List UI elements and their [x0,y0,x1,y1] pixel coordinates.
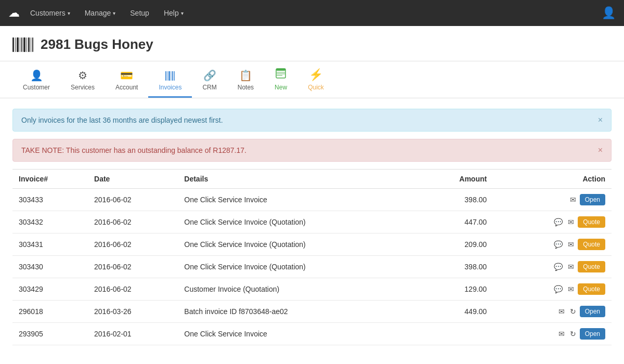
tab-invoices[interactable]: Invoices [148,63,192,98]
invoice-date: 2016-03-26 [88,301,178,323]
alert-info-close[interactable]: × [598,115,603,125]
tab-crm[interactable]: 🔗 CRM [192,63,227,98]
invoice-amount: 398.00 [421,256,493,278]
tab-notes[interactable]: 📋 Notes [227,63,264,98]
email-icon[interactable]: ✉ [557,329,566,339]
svg-rect-4 [172,71,173,81]
invoice-amount: 398.00 [421,189,493,211]
col-amount: Amount [421,170,493,189]
invoice-details: One Click Service Invoice [178,323,421,345]
col-invoice: Invoice# [12,170,88,189]
table-row: 303433 2016-06-02 One Click Service Invo… [12,189,612,211]
svg-rect-7 [276,69,285,71]
invoice-number: 303430 [12,256,88,278]
refresh-icon[interactable]: ↻ [568,306,578,317]
action-open-button[interactable]: Open [580,328,605,340]
comment-icon[interactable]: 💬 [552,217,564,227]
table-row: 303429 2016-06-02 Customer Invoice (Quot… [12,278,612,301]
tabs-bar: 👤 Customer ⚙ Services 💳 Account In [0,61,624,98]
invoices-icon [164,69,176,82]
chevron-down-icon: ▾ [113,10,115,16]
invoice-table: Invoice# Date Details Amount Action 3034… [12,169,612,345]
user-icon: 👤 [602,6,616,19]
comment-icon[interactable]: 💬 [552,284,564,294]
invoice-details: One Click Service Invoice (Quotation) [178,233,421,256]
refresh-icon[interactable]: ↻ [568,329,578,339]
email-icon[interactable]: ✉ [566,239,576,250]
invoice-details: One Click Service Invoice (Quotation) [178,256,421,278]
action-quote-button[interactable]: Quote [578,261,605,272]
comment-icon[interactable]: 💬 [552,262,564,272]
content-area: Only invoices for the last 36 months are… [0,98,624,356]
user-menu[interactable]: 👤 [602,6,616,20]
comment-icon[interactable]: 💬 [552,239,564,250]
nav-help[interactable]: Help ▾ [158,6,190,20]
quick-icon: ⚡ [309,68,323,82]
invoice-amount: 447.00 [421,211,493,233]
action-cell: ✉↻Open [493,301,612,323]
table-row: 303430 2016-06-02 One Click Service Invo… [12,256,612,278]
action-quote-button[interactable]: Quote [578,239,605,250]
tab-services[interactable]: ⚙ Services [60,63,105,98]
nav-customers[interactable]: Customers ▾ [24,6,76,20]
invoice-number: 303431 [12,233,88,256]
action-cell: ✉↻Open [493,323,612,345]
invoice-details: Customer Invoice (Quotation) [178,278,421,301]
action-open-button[interactable]: Open [580,194,605,205]
action-quote-button[interactable]: Quote [578,283,605,295]
invoice-details: One Click Service Invoice (Quotation) [178,211,421,233]
invoice-date: 2016-06-02 [88,256,178,278]
invoice-date: 2016-06-02 [88,278,178,301]
invoice-number: 303433 [12,189,88,211]
invoice-number: 296018 [12,301,88,323]
invoice-date: 2016-06-02 [88,211,178,233]
services-icon: ⚙ [78,69,87,82]
svg-rect-3 [171,71,172,81]
email-icon[interactable]: ✉ [566,217,576,227]
action-cell: 💬✉Quote [493,278,612,301]
tab-quick[interactable]: ⚡ Quick [297,62,334,98]
main-content: 2981 Bugs Honey 👤 Customer ⚙ Services 💳 … [0,26,624,364]
tab-customer[interactable]: 👤 Customer [12,63,60,98]
invoice-details: Batch invoice ID f8703648-ae02 [178,301,421,323]
table-row: 296018 2016-03-26 Batch invoice ID f8703… [12,301,612,323]
nav-manage[interactable]: Manage ▾ [79,6,122,20]
customer-icon: 👤 [30,69,43,82]
account-icon: 💳 [120,69,133,82]
alert-info: Only invoices for the last 36 months are… [12,109,612,132]
invoice-date: 2016-02-01 [88,323,178,345]
email-icon[interactable]: ✉ [566,262,576,272]
tab-account[interactable]: 💳 Account [105,63,148,98]
invoice-amount: 129.00 [421,278,493,301]
svg-rect-0 [165,71,166,81]
invoice-number: 303432 [12,211,88,233]
barcode-icon [12,37,33,52]
invoice-details: One Click Service Invoice [178,189,421,211]
invoice-date: 2016-06-02 [88,233,178,256]
invoice-number: 293905 [12,323,88,345]
email-icon[interactable]: ✉ [566,284,576,294]
svg-rect-5 [174,71,175,81]
notes-icon: 📋 [239,69,252,82]
alert-danger-close[interactable]: × [598,146,603,155]
nav-links: Customers ▾ Manage ▾ Setup Help ▾ [24,6,190,20]
table-row: 303431 2016-06-02 One Click Service Invo… [12,233,612,256]
email-icon[interactable]: ✉ [557,306,566,317]
table-row: 303432 2016-06-02 One Click Service Invo… [12,211,612,233]
col-details: Details [178,170,421,189]
col-date: Date [88,170,178,189]
email-icon[interactable]: ✉ [568,194,578,205]
action-cell: 💬✉Quote [493,256,612,278]
nav-setup[interactable]: Setup [124,6,155,20]
action-open-button[interactable]: Open [580,306,605,317]
table-row: 293905 2016-02-01 One Click Service Invo… [12,323,612,345]
action-quote-button[interactable]: Quote [578,216,605,228]
col-action: Action [493,170,612,189]
tab-new[interactable]: New [264,61,297,98]
svg-rect-1 [167,71,168,81]
crm-icon: 🔗 [203,69,216,82]
svg-rect-2 [168,71,170,81]
invoice-number: 303429 [12,278,88,301]
action-cell: ✉Open [493,189,612,211]
brand: ☁ [8,6,20,20]
